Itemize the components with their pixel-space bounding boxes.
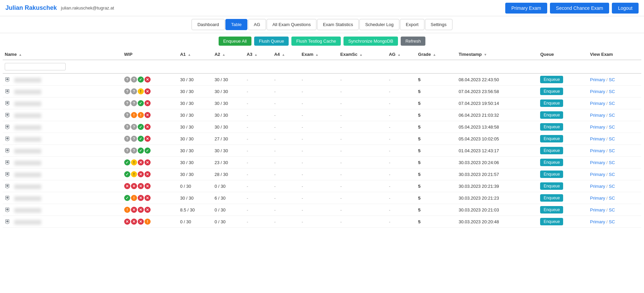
- enqueue-button[interactable]: Enqueue: [540, 88, 563, 95]
- enqueue-button[interactable]: Enqueue: [540, 171, 563, 178]
- view-primary-link[interactable]: Primary: [590, 184, 605, 189]
- enqueue-button[interactable]: Enqueue: [540, 76, 563, 83]
- sort-a3-icon[interactable]: ▲: [254, 53, 258, 57]
- tab-scheduler-log[interactable]: Scheduler Log: [359, 19, 399, 30]
- tab-export[interactable]: Export: [400, 19, 424, 30]
- a3-cell: -: [245, 121, 272, 133]
- sort-name-icon[interactable]: ▲: [19, 53, 22, 57]
- exam-cell: -: [299, 145, 338, 157]
- enqueue-button[interactable]: Enqueue: [540, 135, 563, 142]
- view-primary-link[interactable]: Primary: [590, 136, 605, 141]
- view-sep: /: [605, 113, 609, 118]
- tab-table[interactable]: Table: [225, 19, 247, 30]
- avatar-icon: ⛨: [5, 88, 11, 95]
- view-sc-link[interactable]: SC: [609, 160, 615, 165]
- flush-queue-button[interactable]: Flush Queue: [254, 37, 289, 46]
- student-name: [14, 90, 41, 94]
- logout-button[interactable]: Logout: [612, 3, 639, 14]
- enqueue-button[interactable]: Enqueue: [540, 194, 563, 202]
- view-primary-link[interactable]: Primary: [590, 148, 605, 153]
- view-sc-link[interactable]: SC: [609, 184, 615, 189]
- a3-cell: -: [245, 192, 272, 204]
- sort-examsc-icon[interactable]: ▲: [359, 53, 363, 57]
- view-sc-link[interactable]: SC: [609, 207, 615, 212]
- enqueue-button[interactable]: Enqueue: [540, 99, 563, 107]
- view-primary-link[interactable]: Primary: [590, 125, 605, 130]
- a2-cell: 28 / 30: [213, 168, 245, 180]
- view-primary-link[interactable]: Primary: [590, 196, 605, 201]
- enqueue-button[interactable]: Enqueue: [540, 123, 563, 131]
- view-primary-link[interactable]: Primary: [590, 113, 605, 118]
- examsc-value: -: [340, 160, 342, 165]
- a3-cell: -: [245, 168, 272, 180]
- view-sc-link[interactable]: SC: [609, 136, 615, 141]
- a4-value: -: [274, 89, 275, 94]
- flush-testlog-button[interactable]: Flush Testlog Cache: [291, 37, 341, 46]
- view-sc-link[interactable]: SC: [609, 77, 615, 82]
- enqueue-all-button[interactable]: Enqueue All: [219, 37, 251, 46]
- tab-ag[interactable]: AG: [248, 19, 266, 30]
- view-sc-link[interactable]: SC: [609, 172, 615, 177]
- primary-exam-button[interactable]: Primary Exam: [505, 3, 547, 14]
- enqueue-button[interactable]: Enqueue: [540, 159, 563, 166]
- col-wip: WIP: [122, 49, 178, 60]
- exam-value: -: [302, 207, 303, 212]
- view-sc-link[interactable]: SC: [609, 125, 615, 130]
- name-filter-input[interactable]: [5, 63, 66, 70]
- toolbar: Enqueue All Flush Queue Flush Testlog Ca…: [0, 33, 644, 49]
- wip-icon: ✕: [138, 159, 144, 165]
- sort-a1-icon[interactable]: ▲: [187, 53, 191, 57]
- refresh-button[interactable]: Refresh: [401, 37, 426, 46]
- tab-exam-statistics[interactable]: Exam Statistics: [317, 19, 359, 30]
- enqueue-button[interactable]: Enqueue: [540, 182, 563, 190]
- view-primary-link[interactable]: Primary: [590, 89, 605, 94]
- sort-grade-icon[interactable]: ▲: [433, 53, 436, 57]
- sort-ag-icon[interactable]: ▲: [397, 53, 401, 57]
- sort-exam-icon[interactable]: ▲: [315, 53, 319, 57]
- table-row: ⛨ ✓!✕✕30 / 3023 / 30-----530.03.2023 20:…: [3, 157, 641, 168]
- view-sc-link[interactable]: SC: [609, 219, 615, 224]
- view-sc-link[interactable]: SC: [609, 148, 615, 153]
- tab-dashboard[interactable]: Dashboard: [192, 19, 225, 30]
- view-primary-link[interactable]: Primary: [590, 101, 605, 106]
- enqueue-button[interactable]: Enqueue: [540, 218, 563, 225]
- ag-value: -: [389, 77, 390, 82]
- sync-mongodb-button[interactable]: Synchronize MongoDB: [343, 37, 398, 46]
- enqueue-button[interactable]: Enqueue: [540, 111, 563, 119]
- table-container: Name ▲ WIP A1 ▲ A2 ▲ A3 ▲ A4 ▲ Exam ▲ Ex…: [0, 49, 644, 228]
- exam-value: -: [302, 136, 303, 141]
- wip-cell: ✕✕✕!: [122, 216, 178, 228]
- examsc-cell: -: [338, 145, 387, 157]
- grade-value: 5: [418, 125, 421, 130]
- a1-cell: 0 / 30: [178, 216, 213, 228]
- student-name: [14, 149, 41, 154]
- exam-cell: -: [299, 97, 338, 109]
- view-primary-link[interactable]: Primary: [590, 207, 605, 212]
- timestamp-cell: 30.03.2023 20:21:39: [457, 180, 538, 192]
- grade-value: 5: [418, 172, 421, 177]
- view-primary-link[interactable]: Primary: [590, 172, 605, 177]
- sort-a2-icon[interactable]: ▲: [222, 53, 225, 57]
- view-sep: /: [605, 101, 609, 106]
- view-sc-link[interactable]: SC: [609, 113, 615, 118]
- tab-all-exam-questions[interactable]: All Exam Questions: [267, 19, 316, 30]
- wip-cell: ??✓✕: [122, 97, 178, 109]
- a3-cell: -: [245, 145, 272, 157]
- view-primary-link[interactable]: Primary: [590, 160, 605, 165]
- view-sc-link[interactable]: SC: [609, 101, 615, 106]
- view-exam-cell: Primary / SC: [588, 145, 641, 157]
- sort-timestamp-icon[interactable]: ▼: [484, 53, 487, 57]
- avatar-icon: ⛨: [5, 183, 11, 189]
- enqueue-button[interactable]: Enqueue: [540, 147, 563, 154]
- view-sc-link[interactable]: SC: [609, 196, 615, 201]
- second-chance-exam-button[interactable]: Second Chance Exam: [550, 3, 609, 14]
- view-primary-link[interactable]: Primary: [590, 219, 605, 224]
- header: Julian Rakuschek julian.rakuschek@tugraz…: [0, 0, 644, 16]
- tab-settings[interactable]: Settings: [425, 19, 452, 30]
- enqueue-button[interactable]: Enqueue: [540, 206, 563, 213]
- grade-value: 5: [418, 160, 421, 165]
- sort-a4-icon[interactable]: ▲: [282, 53, 285, 57]
- view-exam-cell: Primary / SC: [588, 204, 641, 216]
- view-primary-link[interactable]: Primary: [590, 77, 605, 82]
- view-sc-link[interactable]: SC: [609, 89, 615, 94]
